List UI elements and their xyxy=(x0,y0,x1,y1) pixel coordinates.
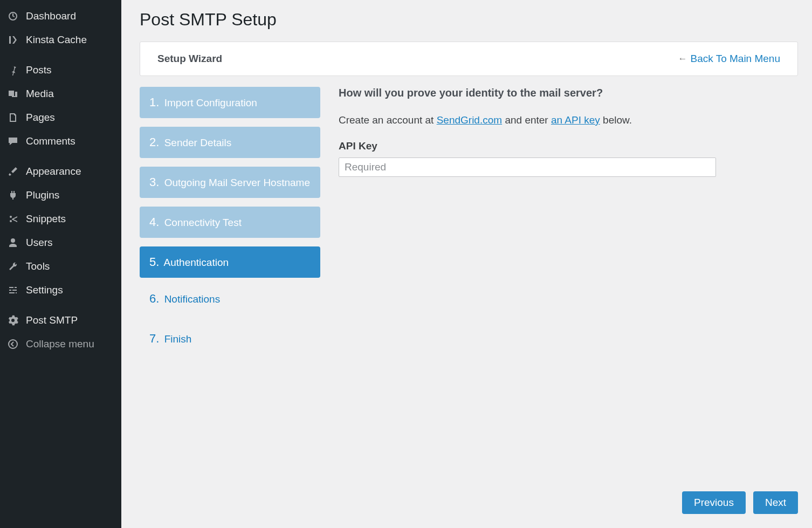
sidebar-item-label: Snippets xyxy=(26,213,66,225)
wizard-steps: 1. Import Configuration 2. Sender Detail… xyxy=(140,87,320,481)
wizard-row: 1. Import Configuration 2. Sender Detail… xyxy=(140,87,798,481)
step-label: Import Configuration xyxy=(164,97,257,108)
wizard-step-7[interactable]: 7. Finish xyxy=(140,326,320,351)
api-key-link[interactable]: an API key xyxy=(551,114,600,126)
sidebar-collapse[interactable]: Collapse menu xyxy=(0,332,121,356)
previous-button[interactable]: Previous xyxy=(682,491,746,514)
wizard-step-4[interactable]: 4. Connectivity Test xyxy=(140,207,320,238)
sidebar-item-snippets[interactable]: Snippets xyxy=(0,207,121,231)
sidebar-separator xyxy=(0,52,121,58)
arrow-left-icon: ← xyxy=(678,53,687,64)
brush-icon xyxy=(6,165,19,178)
back-link-label: Back To Main Menu xyxy=(690,53,780,65)
wrench-icon xyxy=(6,260,19,273)
sidebar-item-label: Users xyxy=(26,237,53,249)
content-paragraph: Create an account at SendGrid.com and en… xyxy=(339,114,790,126)
step-num: 5. xyxy=(149,255,159,269)
sidebar-item-kinsta-cache[interactable]: Kinsta Cache xyxy=(0,28,121,52)
sidebar-separator xyxy=(0,153,121,160)
wizard-step-5[interactable]: 5. Authentication xyxy=(140,246,320,278)
back-to-main-link[interactable]: ← Back To Main Menu xyxy=(678,53,780,65)
wizard-step-6[interactable]: 6. Notifications xyxy=(140,286,320,311)
kinsta-icon xyxy=(6,33,19,46)
step-label: Notifications xyxy=(164,293,221,305)
plug-icon xyxy=(6,189,19,202)
sidebar-item-label: Posts xyxy=(26,64,52,76)
sidebar-item-label: Settings xyxy=(26,284,63,296)
sidebar-item-settings[interactable]: Settings xyxy=(0,278,121,302)
dashboard-icon xyxy=(6,10,19,23)
para-suffix: below. xyxy=(600,114,632,126)
panel-header-title: Setup Wizard xyxy=(157,53,222,65)
sidebar-item-label: Tools xyxy=(26,260,50,272)
pin-icon xyxy=(6,64,19,77)
sidebar-item-users[interactable]: Users xyxy=(0,231,121,255)
step-label: Outgoing Mail Server Hostname xyxy=(164,177,310,188)
scissors-icon xyxy=(6,212,19,225)
wizard-footer: Previous Next xyxy=(140,491,798,514)
gear-icon xyxy=(6,314,19,327)
para-prefix: Create an account at xyxy=(339,114,437,126)
sidebar-item-label: Post SMTP xyxy=(26,314,78,326)
step-num: 7. xyxy=(149,332,159,345)
main-content: Post SMTP Setup Setup Wizard ← Back To M… xyxy=(121,0,812,528)
user-icon xyxy=(6,236,19,249)
step-label: Finish xyxy=(164,333,192,345)
sidebar-item-label: Dashboard xyxy=(26,10,76,22)
sidebar-separator xyxy=(0,302,121,308)
step-num: 1. xyxy=(149,95,159,109)
sidebar-item-label: Pages xyxy=(26,112,55,124)
wizard-content: How will you prove your identity to the … xyxy=(336,87,798,481)
sidebar-item-comments[interactable]: Comments xyxy=(0,129,121,153)
api-key-input[interactable] xyxy=(339,157,716,177)
para-mid: and enter xyxy=(502,114,551,126)
sendgrid-link[interactable]: SendGrid.com xyxy=(437,114,502,126)
sidebar-item-dashboard[interactable]: Dashboard xyxy=(0,4,121,28)
sidebar-item-label: Collapse menu xyxy=(26,338,94,350)
sliders-icon xyxy=(6,284,19,297)
sidebar-item-label: Kinsta Cache xyxy=(26,34,87,46)
sidebar-item-posts[interactable]: Posts xyxy=(0,58,121,82)
sidebar-item-appearance[interactable]: Appearance xyxy=(0,160,121,183)
sidebar-item-label: Comments xyxy=(26,135,75,147)
panel-header: Setup Wizard ← Back To Main Menu xyxy=(140,42,798,76)
api-key-label: API Key xyxy=(339,140,790,152)
step-label: Connectivity Test xyxy=(164,217,242,228)
step-num: 3. xyxy=(149,175,159,189)
sidebar-item-label: Appearance xyxy=(26,166,81,177)
wizard-step-3[interactable]: 3. Outgoing Mail Server Hostname xyxy=(140,167,320,198)
media-icon xyxy=(6,87,19,100)
step-num: 2. xyxy=(149,135,159,149)
step-num: 4. xyxy=(149,215,159,229)
wizard-step-2[interactable]: 2. Sender Details xyxy=(140,127,320,158)
content-heading: How will you prove your identity to the … xyxy=(339,87,790,99)
page-title: Post SMTP Setup xyxy=(140,10,798,30)
collapse-icon xyxy=(6,338,19,351)
sidebar-item-pages[interactable]: Pages xyxy=(0,106,121,129)
sidebar-item-tools[interactable]: Tools xyxy=(0,255,121,278)
svg-point-0 xyxy=(9,340,17,348)
step-label: Sender Details xyxy=(164,137,232,148)
step-num: 6. xyxy=(149,292,159,305)
pages-icon xyxy=(6,111,19,124)
step-label: Authentication xyxy=(164,257,229,268)
sidebar-item-label: Media xyxy=(26,88,54,100)
sidebar-item-media[interactable]: Media xyxy=(0,82,121,106)
next-button[interactable]: Next xyxy=(753,491,798,514)
sidebar-item-label: Plugins xyxy=(26,189,59,201)
sidebar-item-plugins[interactable]: Plugins xyxy=(0,183,121,207)
wizard-step-1[interactable]: 1. Import Configuration xyxy=(140,87,320,118)
admin-sidebar: Dashboard Kinsta Cache Posts Media Pages… xyxy=(0,0,121,528)
sidebar-item-post-smtp[interactable]: Post SMTP xyxy=(0,308,121,332)
comment-icon xyxy=(6,135,19,148)
